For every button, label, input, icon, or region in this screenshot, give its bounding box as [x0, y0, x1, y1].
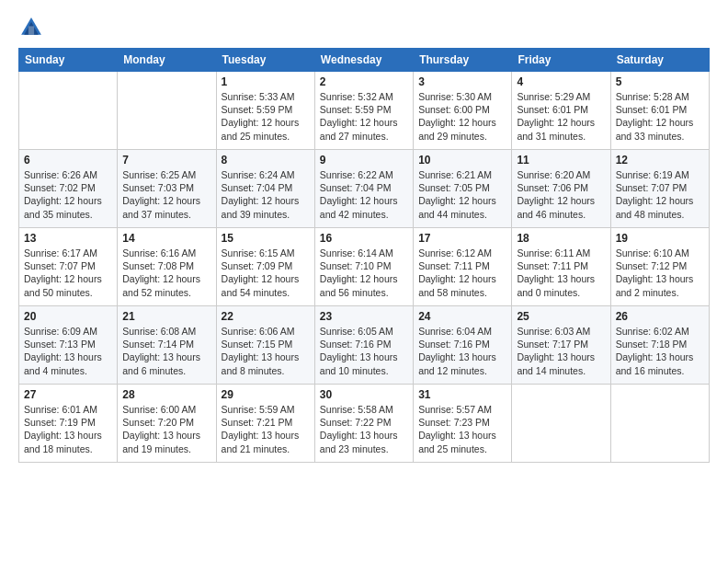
calendar-cell: 6Sunrise: 6:26 AM Sunset: 7:02 PM Daylig…: [19, 150, 118, 228]
day-info: Sunrise: 6:10 AM Sunset: 7:12 PM Dayligh…: [616, 247, 704, 299]
calendar-cell: 4Sunrise: 5:29 AM Sunset: 6:01 PM Daylig…: [512, 72, 610, 150]
day-info: Sunrise: 6:15 AM Sunset: 7:09 PM Dayligh…: [222, 247, 310, 299]
calendar-cell: 14Sunrise: 6:16 AM Sunset: 7:08 PM Dayli…: [118, 228, 216, 306]
day-info: Sunrise: 6:11 AM Sunset: 7:11 PM Dayligh…: [517, 247, 605, 299]
calendar-cell: 30Sunrise: 5:58 AM Sunset: 7:22 PM Dayli…: [314, 385, 413, 463]
calendar-cell: 31Sunrise: 5:57 AM Sunset: 7:23 PM Dayli…: [414, 385, 512, 463]
calendar-cell: 27Sunrise: 6:01 AM Sunset: 7:19 PM Dayli…: [19, 385, 118, 463]
calendar-cell: 20Sunrise: 6:09 AM Sunset: 7:13 PM Dayli…: [19, 306, 118, 385]
calendar-cell: 21Sunrise: 6:08 AM Sunset: 7:14 PM Dayli…: [118, 306, 216, 385]
day-info: Sunrise: 6:01 AM Sunset: 7:19 PM Dayligh…: [24, 403, 112, 455]
day-number: 20: [24, 310, 112, 323]
svg-rect-2: [28, 26, 34, 34]
calendar-cell: 26Sunrise: 6:02 AM Sunset: 7:18 PM Dayli…: [610, 306, 709, 385]
day-number: 17: [418, 232, 506, 245]
day-number: 6: [24, 154, 112, 167]
day-header-sunday: Sunday: [19, 49, 118, 72]
calendar-cell: 28Sunrise: 6:00 AM Sunset: 7:20 PM Dayli…: [118, 385, 216, 463]
calendar-week-1: 1Sunrise: 5:33 AM Sunset: 5:59 PM Daylig…: [19, 72, 710, 150]
day-info: Sunrise: 6:25 AM Sunset: 7:03 PM Dayligh…: [122, 168, 210, 221]
calendar-cell: 2Sunrise: 5:32 AM Sunset: 5:59 PM Daylig…: [314, 72, 413, 150]
day-info: Sunrise: 6:05 AM Sunset: 7:16 PM Dayligh…: [320, 325, 408, 377]
day-number: 8: [222, 154, 310, 167]
day-number: 16: [320, 232, 408, 245]
day-info: Sunrise: 6:14 AM Sunset: 7:10 PM Dayligh…: [320, 247, 408, 299]
calendar-cell: 19Sunrise: 6:10 AM Sunset: 7:12 PM Dayli…: [610, 228, 709, 306]
calendar-cell: 18Sunrise: 6:11 AM Sunset: 7:11 PM Dayli…: [512, 228, 610, 306]
day-info: Sunrise: 5:29 AM Sunset: 6:01 PM Dayligh…: [517, 90, 605, 143]
calendar-cell: 3Sunrise: 5:30 AM Sunset: 6:00 PM Daylig…: [414, 72, 512, 150]
day-header-tuesday: Tuesday: [216, 49, 314, 72]
day-info: Sunrise: 6:04 AM Sunset: 7:16 PM Dayligh…: [418, 325, 506, 377]
calendar-cell: [512, 385, 610, 463]
day-number: 9: [320, 154, 408, 167]
day-info: Sunrise: 6:00 AM Sunset: 7:20 PM Dayligh…: [122, 403, 210, 455]
day-info: Sunrise: 5:30 AM Sunset: 6:00 PM Dayligh…: [418, 90, 506, 143]
day-number: 21: [122, 310, 210, 323]
day-info: Sunrise: 6:08 AM Sunset: 7:14 PM Dayligh…: [122, 325, 210, 377]
day-number: 10: [418, 154, 506, 167]
day-info: Sunrise: 6:02 AM Sunset: 7:18 PM Dayligh…: [616, 325, 704, 377]
calendar-cell: 16Sunrise: 6:14 AM Sunset: 7:10 PM Dayli…: [314, 228, 413, 306]
day-number: 13: [24, 232, 112, 245]
day-number: 2: [320, 75, 408, 88]
calendar-cell: 8Sunrise: 6:24 AM Sunset: 7:04 PM Daylig…: [216, 150, 314, 228]
calendar-cell: [118, 72, 216, 150]
day-number: 28: [122, 388, 210, 401]
day-info: Sunrise: 6:12 AM Sunset: 7:11 PM Dayligh…: [418, 247, 506, 299]
day-header-thursday: Thursday: [414, 49, 512, 72]
calendar-cell: [610, 385, 709, 463]
day-info: Sunrise: 6:06 AM Sunset: 7:15 PM Dayligh…: [222, 325, 310, 377]
calendar-cell: 17Sunrise: 6:12 AM Sunset: 7:11 PM Dayli…: [414, 228, 512, 306]
day-number: 30: [320, 388, 408, 401]
calendar-week-5: 27Sunrise: 6:01 AM Sunset: 7:19 PM Dayli…: [19, 385, 710, 463]
day-number: 14: [122, 232, 210, 245]
calendar-header-row: SundayMondayTuesdayWednesdayThursdayFrid…: [19, 49, 710, 72]
logo: [18, 15, 48, 40]
day-info: Sunrise: 5:32 AM Sunset: 5:59 PM Dayligh…: [320, 90, 408, 143]
calendar-cell: 23Sunrise: 6:05 AM Sunset: 7:16 PM Dayli…: [314, 306, 413, 385]
calendar-cell: 13Sunrise: 6:17 AM Sunset: 7:07 PM Dayli…: [19, 228, 118, 306]
calendar-cell: 1Sunrise: 5:33 AM Sunset: 5:59 PM Daylig…: [216, 72, 314, 150]
day-info: Sunrise: 6:24 AM Sunset: 7:04 PM Dayligh…: [222, 168, 310, 221]
day-number: 4: [517, 75, 605, 88]
day-number: 24: [418, 310, 506, 323]
day-info: Sunrise: 6:22 AM Sunset: 7:04 PM Dayligh…: [320, 168, 408, 221]
day-header-saturday: Saturday: [610, 49, 709, 72]
day-number: 18: [517, 232, 605, 245]
day-info: Sunrise: 6:21 AM Sunset: 7:05 PM Dayligh…: [418, 168, 506, 221]
day-info: Sunrise: 6:17 AM Sunset: 7:07 PM Dayligh…: [24, 247, 112, 299]
day-number: 12: [616, 154, 704, 167]
calendar-week-3: 13Sunrise: 6:17 AM Sunset: 7:07 PM Dayli…: [19, 228, 710, 306]
calendar-cell: [19, 72, 118, 150]
day-info: Sunrise: 5:58 AM Sunset: 7:22 PM Dayligh…: [320, 403, 408, 455]
day-info: Sunrise: 5:33 AM Sunset: 5:59 PM Dayligh…: [222, 90, 310, 143]
logo-icon: [18, 15, 44, 40]
calendar-cell: 15Sunrise: 6:15 AM Sunset: 7:09 PM Dayli…: [216, 228, 314, 306]
calendar-cell: 7Sunrise: 6:25 AM Sunset: 7:03 PM Daylig…: [118, 150, 216, 228]
day-number: 7: [122, 154, 210, 167]
day-header-monday: Monday: [118, 49, 216, 72]
calendar-week-2: 6Sunrise: 6:26 AM Sunset: 7:02 PM Daylig…: [19, 150, 710, 228]
calendar-cell: 22Sunrise: 6:06 AM Sunset: 7:15 PM Dayli…: [216, 306, 314, 385]
day-number: 19: [616, 232, 704, 245]
day-number: 23: [320, 310, 408, 323]
day-number: 11: [517, 154, 605, 167]
calendar-cell: 24Sunrise: 6:04 AM Sunset: 7:16 PM Dayli…: [414, 306, 512, 385]
day-number: 5: [616, 75, 704, 88]
calendar-cell: 29Sunrise: 5:59 AM Sunset: 7:21 PM Dayli…: [216, 385, 314, 463]
day-number: 27: [24, 388, 112, 401]
calendar-table: SundayMondayTuesdayWednesdayThursdayFrid…: [18, 48, 710, 463]
day-info: Sunrise: 6:19 AM Sunset: 7:07 PM Dayligh…: [616, 168, 704, 221]
day-info: Sunrise: 5:59 AM Sunset: 7:21 PM Dayligh…: [222, 403, 310, 455]
day-header-friday: Friday: [512, 49, 610, 72]
day-number: 26: [616, 310, 704, 323]
day-number: 29: [222, 388, 310, 401]
day-number: 3: [418, 75, 506, 88]
calendar-cell: 10Sunrise: 6:21 AM Sunset: 7:05 PM Dayli…: [414, 150, 512, 228]
day-number: 15: [222, 232, 310, 245]
day-info: Sunrise: 6:03 AM Sunset: 7:17 PM Dayligh…: [517, 325, 605, 377]
day-number: 22: [222, 310, 310, 323]
calendar-week-4: 20Sunrise: 6:09 AM Sunset: 7:13 PM Dayli…: [19, 306, 710, 385]
day-info: Sunrise: 5:28 AM Sunset: 6:01 PM Dayligh…: [616, 90, 704, 143]
